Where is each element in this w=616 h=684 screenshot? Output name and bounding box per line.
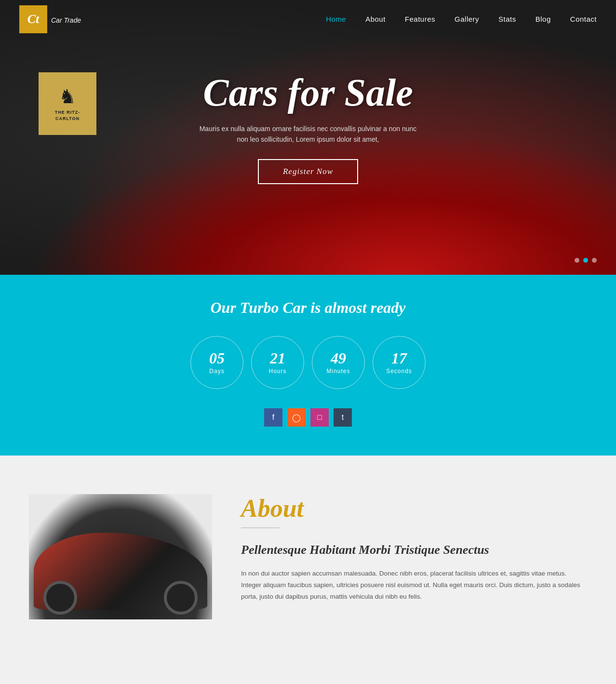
rss-button[interactable]: ◯ xyxy=(287,408,306,427)
hero-title: Cars for Sale xyxy=(197,71,419,114)
navbar: Ct Car Trade Home About Features Gallery… xyxy=(0,0,616,39)
social-icons: f ◯ □ t xyxy=(0,408,616,427)
facebook-button[interactable]: f xyxy=(264,408,282,427)
about-text: In non dui auctor sapien accumsan malesu… xyxy=(241,568,587,603)
days-value: 05 xyxy=(209,350,225,366)
minutes-label: Minutes xyxy=(326,368,350,375)
logo[interactable]: Ct Car Trade xyxy=(19,5,81,33)
hours-value: 21 xyxy=(270,350,285,366)
instagram-button[interactable]: □ xyxy=(310,408,329,427)
hero-subtitle: Mauris ex nulla aliquam ornare facilisis… xyxy=(197,123,419,145)
ritz-lion-icon: ♞ xyxy=(59,85,76,107)
ritz-carlton-logo: ♞ THE RITZ-CARLTON xyxy=(39,72,96,135)
countdown-title: Our Turbo Car is almost ready xyxy=(0,299,616,317)
nav-stats[interactable]: Stats xyxy=(498,15,516,23)
logo-letters: Ct xyxy=(27,12,40,27)
days-label: Days xyxy=(209,368,224,375)
dot-3[interactable] xyxy=(592,258,597,263)
hero-section: ♞ THE RITZ-CARLTON Cars for Sale Mauris … xyxy=(0,0,616,275)
countdown-minutes: 49 Minutes xyxy=(312,336,365,389)
about-content: About Pellentesque Habitant Morbi Tristi… xyxy=(241,494,587,603)
countdown-seconds: 17 Seconds xyxy=(373,336,426,389)
dot-2[interactable] xyxy=(583,258,588,263)
hero-content: Cars for Sale Mauris ex nulla aliquam or… xyxy=(197,71,419,185)
dot-1[interactable] xyxy=(575,258,579,263)
countdown-boxes: 05 Days 21 Hours 49 Minutes 17 Seconds xyxy=(0,336,616,389)
nav-about[interactable]: About xyxy=(365,15,386,23)
hours-label: Hours xyxy=(268,368,286,375)
car-wheel-left xyxy=(43,581,77,615)
seconds-label: Seconds xyxy=(386,368,412,375)
register-now-button[interactable]: Register Now xyxy=(258,159,358,184)
about-heading: About xyxy=(241,494,587,523)
about-sub-heading: Pellentesque Habitant Morbi Tristique Se… xyxy=(241,542,587,558)
nav-home[interactable]: Home xyxy=(326,15,346,23)
car-wheel-right xyxy=(164,581,198,615)
logo-subtitle: Car Trade xyxy=(51,16,81,24)
countdown-hours: 21 Hours xyxy=(251,336,304,389)
tumblr-button[interactable]: t xyxy=(334,408,352,427)
about-car-image xyxy=(29,494,212,619)
seconds-value: 17 xyxy=(391,350,407,366)
nav-features[interactable]: Features xyxy=(405,15,435,23)
minutes-value: 49 xyxy=(331,350,346,366)
about-divider xyxy=(241,527,280,528)
countdown-days: 05 Days xyxy=(190,336,243,389)
ritz-text: THE RITZ-CARLTON xyxy=(43,109,92,121)
nav-contact[interactable]: Contact xyxy=(570,15,597,23)
nav-links: Home About Features Gallery Stats Blog C… xyxy=(326,15,597,24)
logo-icon: Ct xyxy=(19,5,47,33)
nav-gallery[interactable]: Gallery xyxy=(455,15,479,23)
nav-blog[interactable]: Blog xyxy=(536,15,551,23)
countdown-section: Our Turbo Car is almost ready 05 Days 21… xyxy=(0,275,616,456)
slider-dots xyxy=(575,258,597,263)
about-section: About Pellentesque Habitant Morbi Tristi… xyxy=(0,456,616,658)
